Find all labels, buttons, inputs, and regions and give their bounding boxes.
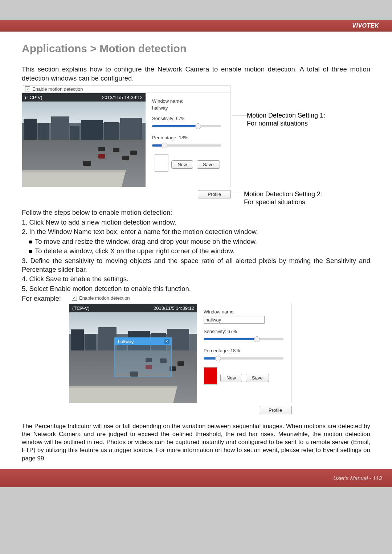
settings-panel: Window name: hallway Sensitivity: 67% Pe…	[146, 93, 229, 187]
percentage-label-2: Percentage: 18%	[204, 348, 285, 353]
page-title: Applications > Motion detection	[22, 42, 370, 55]
new-button[interactable]: New	[171, 160, 193, 169]
profile-button[interactable]: Profile	[198, 190, 231, 198]
sensitivity-slider-2[interactable]	[204, 336, 283, 343]
enable-motion-row-2: ✓ Enable motion detection	[69, 295, 292, 301]
step-2a: To move and resize the window, drag and …	[35, 238, 257, 245]
overlay-timestamp: 2013/11/5 14:39:12	[102, 95, 143, 100]
overlay-name: (TCP-V)	[25, 95, 42, 100]
enable-motion-label: Enable motion detection	[32, 86, 83, 92]
save-button[interactable]: Save	[197, 160, 220, 169]
intro-text: This section explains how to configure t…	[22, 65, 370, 83]
video-preview-2[interactable]: (TCP-V) 2013/11/5 14:39:12 hallway ✕	[69, 304, 197, 403]
overlay-name-2: (TCP-V)	[72, 305, 90, 311]
window-name-input[interactable]	[204, 316, 265, 324]
annotation-1: Motion Detection Setting 1: For normal s…	[247, 111, 325, 128]
settings-panel-2: Window name: Sensitivity: 67% Percentage…	[197, 304, 291, 403]
annotation-line-1	[232, 115, 247, 115]
annotation-2: Motion Detection Setting 2: For special …	[244, 190, 322, 206]
close-icon[interactable]: ✕	[164, 339, 170, 344]
enable-motion-checkbox[interactable]: ✓	[25, 86, 30, 91]
sensitivity-label-2: Sensitivity: 67%	[204, 329, 285, 334]
step-1: 1. Click New to add a new motion detecti…	[22, 218, 370, 227]
step-2b: To delete a window, click X on the upper…	[35, 247, 234, 255]
video-preview[interactable]: (TCP-V) 2013/11/5 14:39:12	[22, 93, 146, 187]
window-name-label: Window name:	[152, 98, 222, 104]
sensitivity-slider[interactable]	[152, 123, 221, 130]
motion-window[interactable]: hallway ✕	[114, 337, 172, 377]
step-4: 4. Click Save to enable the settings.	[22, 275, 370, 283]
profile-button-2[interactable]: Profile	[259, 406, 292, 414]
sensitivity-label: Sensitivity: 67%	[152, 116, 222, 121]
enable-motion-label-2: Enable motion detection	[79, 295, 130, 301]
percentage-slider[interactable]	[152, 142, 221, 149]
enable-motion-row: ✓ Enable motion detection	[22, 85, 231, 93]
percentage-slider-2[interactable]	[204, 355, 283, 362]
step-2: 2. In the Window Name text box, enter a …	[22, 227, 370, 236]
window-name-value: hallway	[152, 105, 222, 111]
overlay-timestamp-2: 2013/11/5 14:39:12	[154, 305, 194, 311]
final-paragraph: The Percentage Indicator will rise or fa…	[22, 422, 370, 462]
step-3: 3. Define the sensitivity to moving obje…	[22, 257, 370, 274]
save-button-2[interactable]: Save	[246, 374, 269, 382]
footer-text: User's Manual - 113	[333, 475, 382, 481]
example-label: For example:	[22, 295, 61, 303]
motion-window-title: hallway	[118, 339, 134, 344]
enable-motion-checkbox-2[interactable]: ✓	[72, 296, 77, 301]
percentage-label: Percentage: 18%	[152, 135, 222, 140]
indicator-red	[204, 367, 217, 385]
indicator-empty	[155, 154, 168, 172]
step-5: 5. Select Enable motion detection to ena…	[22, 284, 370, 293]
new-button-2[interactable]: New	[220, 374, 242, 382]
follow-text: Follow the steps below to enable motion …	[22, 209, 370, 217]
window-name-label-2: Window name:	[204, 309, 285, 315]
annotation-line-2	[232, 194, 244, 194]
steps-list: 1. Click New to add a new motion detecti…	[22, 218, 370, 293]
brand-label: VIVOTEK	[352, 22, 379, 29]
